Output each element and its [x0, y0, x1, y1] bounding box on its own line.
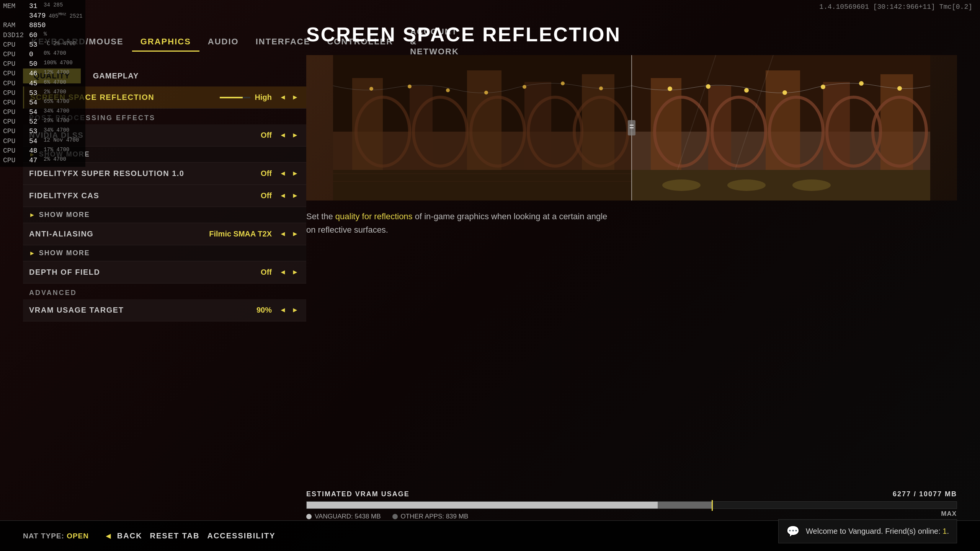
svg-point-46 [727, 179, 766, 191]
ssr-arrow-right[interactable]: ► [290, 93, 300, 103]
aa-arrow-left[interactable]: ◄ [278, 229, 288, 239]
svg-point-17 [523, 85, 526, 89]
nat-value: OPEN [67, 532, 89, 540]
svg-point-14 [408, 85, 412, 88]
vram-bar-container: MAX [306, 501, 957, 509]
svg-point-35 [668, 86, 672, 91]
ssr-arrows: ◄ ► [278, 93, 300, 103]
feature-title: SCREEN SPACE REFLECTION [306, 23, 957, 46]
svg-point-36 [706, 84, 710, 89]
svg-point-39 [821, 85, 825, 89]
bottom-buttons: ◄ BACK RESET TAB ACCESSIBILITY [104, 531, 276, 541]
setting-row-vram-target[interactable]: VRAM USAGE TARGET 90% ◄ ► [23, 299, 306, 321]
sub-tab-gameplay[interactable]: Gameplay [82, 68, 150, 83]
setting-row-fidelityfx-cas[interactable]: FIDELITYFX CAS Off ◄ ► [23, 185, 306, 207]
reset-tab-label: RESET TAB [150, 531, 200, 540]
setting-value-aa: Filmic SMAA T2X [209, 230, 272, 238]
nat-label: NAT TYPE: [23, 532, 67, 540]
fsr-arrow-right[interactable]: ► [290, 169, 300, 179]
setting-name-vram-target: VRAM USAGE TARGET [29, 306, 256, 315]
vram-legend-other: OTHER APPS: 839 MB [392, 513, 469, 520]
vram-bar-current-marker [712, 500, 713, 511]
show-more-arrow-3: ► [29, 250, 35, 257]
chat-text: Welcome to Vanguard. Friend(s) online: 1… [806, 527, 949, 536]
setting-name-dof: DEPTH OF FIELD [29, 268, 261, 277]
vram-value: 6277 / 10077 MB [893, 490, 957, 498]
show-more-arrow-2: ► [29, 212, 35, 218]
aa-arrow-right[interactable]: ► [290, 229, 300, 239]
setting-row-dof[interactable]: DEPTH OF FIELD Off ◄ ► [23, 261, 306, 284]
nat-type: NAT TYPE: OPEN [23, 532, 89, 540]
show-more-row-2[interactable]: ► SHOW MORE [23, 207, 306, 223]
fsr-arrows: ◄ ► [278, 169, 300, 179]
reset-tab-button[interactable]: RESET TAB [150, 531, 200, 540]
setting-value-fsr: Off [261, 169, 272, 178]
hud-stats: MEM31 34 285 3479 405MHz 2521 RAM8850 D3… [0, 0, 85, 167]
cas-arrow-right[interactable]: ► [290, 191, 300, 201]
chat-message: Welcome to Vanguard. Friend(s) online: [806, 527, 942, 535]
chat-icon: 💬 [786, 525, 800, 538]
show-more-row-3[interactable]: ► SHOW MORE [23, 245, 306, 261]
svg-rect-20 [333, 170, 632, 201]
show-more-label-3: SHOW MORE [39, 249, 90, 257]
vram-vanguard-label: VANGUARD: 5438 MB [315, 513, 381, 520]
fsr-arrow-left[interactable]: ◄ [278, 169, 288, 179]
setting-name-cas: FIDELITYFX CAS [29, 191, 261, 200]
svg-point-41 [897, 86, 902, 91]
dlss-arrows: ◄ ► [278, 130, 300, 140]
setting-name-aa: ANTI-ALIASING [29, 230, 209, 238]
chat-notification: 💬 Welcome to Vanguard. Friend(s) online:… [778, 519, 957, 543]
setting-value-dlss: Off [261, 131, 272, 140]
setting-row-anti-aliasing[interactable]: ANTI-ALIASING Filmic SMAA T2X ◄ ► [23, 223, 306, 245]
svg-point-16 [484, 91, 488, 95]
vram-target-arrow-left[interactable]: ◄ [278, 305, 288, 315]
vram-target-arrow-right[interactable]: ► [290, 305, 300, 315]
svg-point-38 [782, 90, 787, 95]
dof-arrow-left[interactable]: ◄ [278, 267, 288, 277]
aa-arrows: ◄ ► [278, 229, 300, 239]
svg-point-37 [744, 88, 749, 93]
back-button[interactable]: ◄ BACK [104, 531, 142, 541]
feature-highlight: quality for reflections [335, 212, 413, 221]
svg-point-45 [662, 179, 701, 191]
cas-arrows: ◄ ► [278, 191, 300, 201]
vram-bar-vanguard [307, 502, 658, 509]
vram-section: ESTIMATED VRAM USAGE 6277 / 10077 MB MAX… [306, 490, 957, 520]
section-header-advanced: ADVANCED [23, 285, 306, 299]
dlss-arrow-left[interactable]: ◄ [278, 130, 288, 140]
feature-description: Set the quality for reflections of in-ga… [306, 210, 612, 236]
accessibility-label: ACCESSIBILITY [207, 531, 275, 540]
chat-suffix: . [947, 527, 949, 535]
version-text: 1.4.10569601 [30:142:966+11] Tmc[0.2] [819, 3, 972, 11]
svg-point-15 [446, 88, 450, 92]
tab-graphics[interactable]: GRAPHICS [132, 33, 199, 52]
svg-point-13 [369, 87, 373, 91]
dof-arrow-right[interactable]: ► [290, 267, 300, 277]
dof-arrows: ◄ ► [278, 267, 300, 277]
vram-max-label: MAX [941, 510, 957, 518]
svg-point-19 [599, 86, 603, 90]
dlss-arrow-right[interactable]: ► [290, 130, 300, 140]
cas-arrow-left[interactable]: ◄ [278, 191, 288, 201]
tab-audio[interactable]: AUDIO [199, 33, 247, 52]
chat-count: 1 [942, 527, 947, 535]
ssr-arrow-left[interactable]: ◄ [278, 93, 288, 103]
setting-value-dof: Off [261, 268, 272, 277]
vram-bar-other [658, 502, 712, 509]
setting-value-ssr: High [255, 93, 272, 102]
setting-value-vram-target: 90% [256, 306, 272, 315]
accessibility-button[interactable]: ACCESSIBILITY [207, 531, 275, 540]
svg-point-18 [561, 82, 565, 85]
svg-point-40 [859, 81, 864, 86]
vram-dot-vanguard [306, 514, 312, 519]
setting-name-fsr: FIDELITYFX SUPER RESOLUTION 1.0 [29, 169, 261, 178]
vram-label: ESTIMATED VRAM USAGE [306, 490, 410, 498]
vram-legend-vanguard: VANGUARD: 5438 MB [306, 513, 381, 520]
right-panel: SCREEN SPACE REFLECTION [306, 23, 957, 520]
vram-header: ESTIMATED VRAM USAGE 6277 / 10077 MB [306, 490, 957, 498]
vram-target-arrows: ◄ ► [278, 305, 300, 315]
ssr-slider [220, 97, 250, 98]
show-more-label-2: SHOW MORE [39, 211, 90, 219]
back-label: BACK [117, 531, 142, 540]
back-icon: ◄ [104, 531, 113, 541]
